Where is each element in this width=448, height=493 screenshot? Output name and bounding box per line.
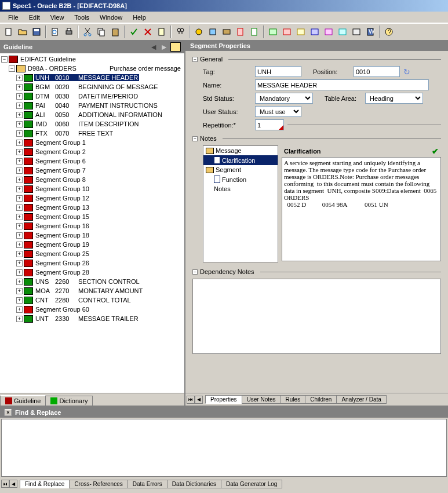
- tree-item[interactable]: +Segment Group 15: [1, 212, 183, 221]
- expand-icon[interactable]: +: [16, 251, 23, 257]
- tree-item[interactable]: +CNT2280CONTROL TOTAL: [1, 295, 183, 305]
- back-icon[interactable]: ◄: [150, 42, 158, 52]
- expand-icon[interactable]: +: [16, 297, 23, 304]
- tree-item[interactable]: +FTX0070FREE TEXT: [1, 129, 183, 138]
- cut-icon[interactable]: [81, 25, 94, 38]
- find-replace-body[interactable]: [1, 419, 447, 477]
- expand-icon[interactable]: +: [16, 93, 23, 100]
- expand-icon[interactable]: +: [16, 103, 23, 109]
- expand-icon[interactable]: +: [16, 149, 23, 155]
- tree-item[interactable]: +Segment Group 19: [1, 240, 183, 249]
- clarification-text[interactable]: A service segment starting and uniquely …: [282, 157, 441, 261]
- expand-icon[interactable]: +: [16, 167, 23, 174]
- refresh-icon[interactable]: ↻: [402, 67, 411, 76]
- menu-view[interactable]: View: [46, 13, 69, 22]
- guideline-tree[interactable]: − EDIFACT Guideline − D98A - ORDERS Purc…: [0, 53, 184, 393]
- open-icon[interactable]: [16, 25, 29, 38]
- scroll-first-icon[interactable]: ⏮: [187, 396, 195, 404]
- tab-find-replace[interactable]: Find & Replace: [20, 480, 70, 488]
- notes-item-segment[interactable]: Segment: [203, 165, 278, 174]
- expand-icon[interactable]: +: [16, 223, 23, 229]
- expand-icon[interactable]: +: [16, 177, 23, 183]
- copy-icon[interactable]: [95, 25, 108, 38]
- collapse-icon[interactable]: −: [192, 269, 198, 275]
- tree-item[interactable]: +DTM0030DATE/TIME/PERIOD: [1, 92, 183, 101]
- menu-window[interactable]: Window: [95, 13, 127, 22]
- help-icon[interactable]: ?: [383, 25, 395, 38]
- tool6-icon[interactable]: [267, 25, 279, 38]
- expand-icon[interactable]: +: [16, 214, 23, 220]
- tab-cross-ref[interactable]: Cross- References: [69, 480, 128, 488]
- scroll-first-icon[interactable]: ⏮: [1, 480, 9, 488]
- tree-item[interactable]: +Segment Group 28: [1, 268, 183, 277]
- tool9-icon[interactable]: [308, 25, 321, 38]
- check-icon[interactable]: [128, 25, 140, 38]
- collapse-icon[interactable]: −: [1, 56, 8, 63]
- scroll-prev-icon[interactable]: ◀: [9, 480, 17, 488]
- tool1-icon[interactable]: [192, 25, 205, 38]
- notes-item-clarification[interactable]: Clarification: [203, 155, 278, 165]
- tree-item[interactable]: +Segment Group 1: [1, 138, 183, 147]
- tree-item[interactable]: +Segment Group 8: [1, 175, 183, 184]
- spellcheck-icon[interactable]: ✔: [432, 147, 439, 156]
- position-input[interactable]: [354, 66, 400, 77]
- collapse-icon[interactable]: −: [9, 65, 15, 72]
- tree-item[interactable]: +Segment Group 18: [1, 231, 183, 240]
- expand-icon[interactable]: +: [16, 288, 23, 294]
- tab-data-gen[interactable]: Data Generator Log: [221, 480, 282, 488]
- tool5-icon[interactable]: [248, 25, 261, 38]
- tree-item[interactable]: +UNH0010MESSAGE HEADER: [1, 73, 183, 82]
- tree-item[interactable]: +MOA2270MONETARY AMOUNT: [1, 286, 183, 295]
- tree-item[interactable]: +PAI0040PAYMENT INSTRUCTIONS: [1, 101, 183, 110]
- menu-tools[interactable]: Tools: [70, 13, 94, 22]
- tool12-icon[interactable]: [350, 25, 363, 38]
- expand-icon[interactable]: +: [16, 195, 23, 202]
- tree-item[interactable]: +Segment Group 16: [1, 221, 183, 231]
- tab-analyzer[interactable]: Analyzer / Data: [336, 395, 386, 404]
- expand-icon[interactable]: +: [16, 260, 23, 266]
- expand-icon[interactable]: +: [16, 232, 23, 239]
- expand-icon[interactable]: +: [16, 140, 23, 146]
- tree-item[interactable]: +IMD0060ITEM DESCRIPTION: [1, 119, 183, 129]
- paste-icon[interactable]: [109, 25, 122, 38]
- tree-item[interactable]: +UNS2260SECTION CONTROL: [1, 277, 183, 286]
- tree-item[interactable]: +BGM0020BEGINNING OF MESSAGE: [1, 82, 183, 92]
- tab-properties[interactable]: Properties: [205, 395, 242, 404]
- expand-icon[interactable]: +: [16, 186, 23, 192]
- tool3-icon[interactable]: [220, 25, 233, 38]
- expand-icon[interactable]: +: [16, 242, 23, 248]
- tree-item[interactable]: +Segment Group 25: [1, 249, 183, 258]
- expand-icon[interactable]: +: [16, 306, 23, 313]
- std-select[interactable]: Mandatory: [255, 93, 313, 104]
- menu-edit[interactable]: Edit: [24, 13, 45, 22]
- expand-icon[interactable]: +: [16, 121, 23, 127]
- expand-icon[interactable]: +: [16, 84, 23, 90]
- expand-icon[interactable]: +: [16, 158, 23, 165]
- user-select[interactable]: Must use: [255, 106, 301, 117]
- tree-item[interactable]: +Segment Group 12: [1, 193, 183, 203]
- print-icon[interactable]: [63, 25, 75, 38]
- tab-rules[interactable]: Rules: [281, 395, 306, 404]
- tool7-icon[interactable]: [281, 25, 293, 38]
- find-icon[interactable]: [174, 25, 187, 38]
- tree-item[interactable]: +Segment Group 7: [1, 166, 183, 175]
- expand-icon[interactable]: +: [16, 75, 23, 81]
- expand-icon[interactable]: +: [16, 130, 23, 137]
- menu-help[interactable]: Help: [128, 13, 151, 22]
- dependency-text[interactable]: [192, 279, 441, 354]
- tab-data-errors[interactable]: Data Errors: [128, 480, 167, 488]
- tab-guideline[interactable]: Guideline: [0, 395, 46, 406]
- tab-user-notes[interactable]: User Notes: [242, 395, 281, 404]
- expand-icon[interactable]: +: [16, 269, 23, 276]
- collapse-icon[interactable]: −: [192, 57, 198, 62]
- tool4-icon[interactable]: [234, 25, 247, 38]
- tree-item[interactable]: +Segment Group 2: [1, 147, 183, 156]
- note-icon[interactable]: [155, 25, 168, 38]
- tree-doc[interactable]: − D98A - ORDERS Purchase order message: [1, 64, 183, 73]
- save-icon[interactable]: [30, 25, 43, 38]
- expand-icon[interactable]: +: [16, 279, 23, 285]
- tree-item[interactable]: +Segment Group 60: [1, 305, 183, 314]
- tool8-icon[interactable]: [294, 25, 307, 38]
- tree-item[interactable]: +Segment Group 13: [1, 203, 183, 212]
- tree-root[interactable]: − EDIFACT Guideline: [1, 54, 183, 64]
